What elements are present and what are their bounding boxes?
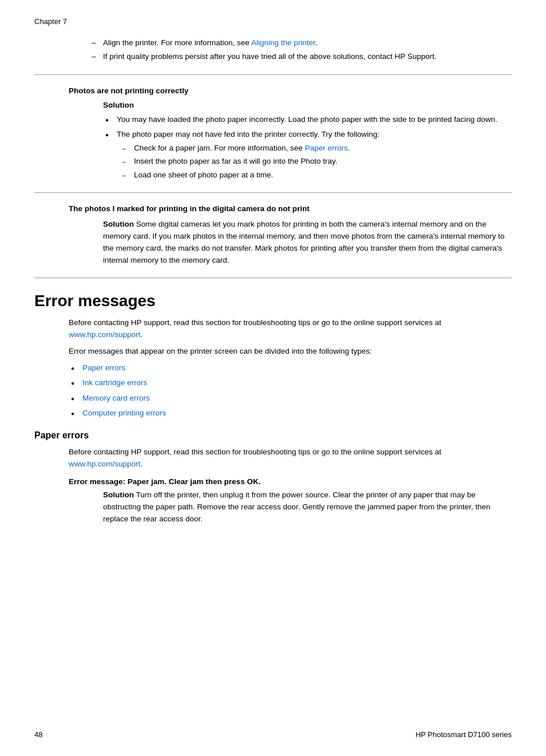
footer: 48 HP Photosmart D7100 series (34, 730, 512, 739)
chapter-header: Chapter 7 (34, 17, 512, 26)
photos-solution-content: You may have loaded the photo paper inco… (103, 114, 512, 181)
paper-errors-intro: Before contacting HP support, read this … (69, 446, 512, 470)
paper-errors-link-2[interactable]: Paper errors (82, 363, 125, 372)
error-type-computer: Computer printing errors (69, 407, 512, 419)
divider-3 (34, 278, 512, 278)
photos-not-printing-heading: Photos are not printing correctly (69, 86, 512, 95)
paper-errors-content: Before contacting HP support, read this … (69, 446, 512, 525)
hp-support-link-1[interactable]: www.hp.com/support (69, 330, 140, 339)
computer-printing-errors-link[interactable]: Computer printing errors (82, 409, 166, 417)
error-types-list: Paper errors Ink cartridge errors Memory… (69, 362, 512, 419)
digital-camera-section: The photos I marked for printing in the … (69, 204, 512, 267)
photos-bullet-1: You may have loaded the photo paper inco… (103, 114, 512, 125)
paper-errors-section: Paper errors Before contacting HP suppor… (34, 430, 512, 525)
paper-errors-link-1[interactable]: Paper errors (305, 144, 348, 152)
top-bullet-2: If print quality problems persist after … (92, 51, 512, 62)
page: Chapter 7 Align the printer. For more in… (0, 0, 546, 756)
photos-bullet-2: The photo paper may not have fed into th… (103, 129, 512, 181)
paper-jam-heading: Error message: Paper jam. Clear jam then… (69, 477, 512, 486)
digital-camera-solution-text: Some digital cameras let you mark photos… (103, 220, 505, 264)
error-type-paper: Paper errors (69, 362, 512, 374)
top-bullet-list: Align the printer. For more information,… (92, 37, 512, 63)
chapter-label: Chapter 7 (34, 17, 67, 26)
paper-jam-solution-text: Turn off the printer, then unplug it fro… (103, 490, 490, 523)
divider-1 (34, 74, 512, 75)
paper-errors-heading: Paper errors (34, 430, 512, 441)
solution-label-2: Solution (103, 220, 134, 228)
error-messages-intro-2: Error messages that appear on the printe… (69, 346, 512, 358)
paper-jam-solution: Solution Turn off the printer, then unpl… (103, 489, 512, 525)
error-type-memory: Memory card errors (69, 393, 512, 404)
solution-subheading-1: Solution (103, 101, 512, 109)
error-type-ink: Ink cartridge errors (69, 377, 512, 389)
page-number: 48 (34, 730, 42, 739)
photos-sub-bullet-2: Insert the photo paper as far as it will… (117, 156, 512, 167)
error-messages-intro-1: Before contacting HP support, read this … (69, 317, 512, 341)
product-name: HP Photosmart D7100 series (416, 730, 512, 739)
ink-cartridge-errors-link[interactable]: Ink cartridge errors (82, 378, 147, 387)
paper-jam-error-block: Error message: Paper jam. Clear jam then… (69, 477, 512, 525)
photos-sub-bullet-1: Check for a paper jam. For more informat… (117, 143, 512, 154)
memory-card-errors-link[interactable]: Memory card errors (82, 394, 150, 402)
digital-camera-solution: Solution Some digital cameras let you ma… (103, 219, 512, 267)
hp-support-link-2[interactable]: www.hp.com/support (69, 460, 140, 468)
photos-dot-list: You may have loaded the photo paper inco… (103, 114, 512, 181)
divider-2 (34, 192, 512, 193)
error-messages-intro: Before contacting HP support, read this … (69, 317, 512, 419)
top-bullet-1: Align the printer. For more information,… (92, 37, 512, 49)
photos-sub-bullet-3: Load one sheet of photo paper at a time. (117, 169, 512, 181)
photos-not-printing-section: Photos are not printing correctly Soluti… (69, 86, 512, 181)
photos-sub-list: Check for a paper jam. For more informat… (117, 143, 512, 181)
error-messages-heading: Error messages (34, 292, 512, 310)
digital-camera-heading: The photos I marked for printing in the … (69, 204, 512, 213)
top-bullets-section: Align the printer. For more information,… (92, 37, 512, 63)
solution-label-3: Solution (103, 490, 134, 499)
aligning-printer-link[interactable]: Aligning the printer (251, 38, 315, 47)
